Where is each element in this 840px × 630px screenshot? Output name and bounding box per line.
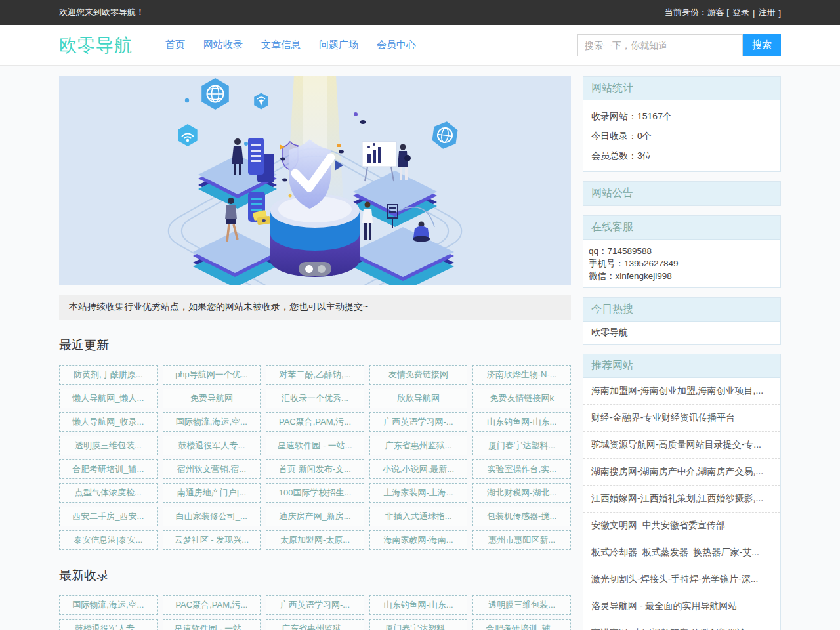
nav-link[interactable]: 首页 [165,39,185,51]
identity-prefix: 当前身份：游客 [ [665,7,729,18]
site-link[interactable]: 厦门春宇达塑料... [369,619,468,630]
service-box-body: qq：714589588手机号：13952627849微信：xinfengkej… [583,240,780,287]
recommend-link[interactable]: 安徽文明网_中共安徽省委宣传部 [583,513,780,539]
hot-search-body: 欧零导航 [583,322,780,344]
recommend-link[interactable]: 激光切割头-焊接头-手持焊-光学镜片-深... [583,566,780,593]
search-input[interactable] [578,34,743,56]
search-bar: 搜索 [578,34,781,56]
site-link[interactable]: 合肥考研培训_辅... [59,459,158,479]
site-link[interactable]: PAC聚合,PAM,污... [163,595,261,615]
site-link[interactable]: 山东钓鱼网-山东... [369,595,468,615]
banner-illustration [59,76,571,285]
site-link[interactable]: 海南家教网-海南... [369,530,468,550]
site-link[interactable]: 欣欣导航网 [369,388,468,408]
recommend-link[interactable]: 财经-金融界-专业财经资讯传播平台 [583,405,780,432]
service-contact-line: qq：714589588 [589,245,775,257]
site-link[interactable]: 泰安信息港|泰安... [59,530,158,550]
recommend-link[interactable]: 湖南搜房网-湖南房产中介,湖南房产交易,... [583,459,780,486]
site-link[interactable]: 宿州软文营销,宿... [163,459,261,479]
recommend-link[interactable]: 江西婚嫁网-江西婚礼策划,江西婚纱摄影,... [583,486,780,513]
site-link[interactable]: 广西英语学习网-... [266,595,364,615]
recommend-link[interactable]: 海南加盟网-海南创业加盟,海南创业项目,... [583,378,780,405]
site-link[interactable]: 免费友情链接网k [472,388,571,408]
site-link[interactable]: 星速软件园 - 一站... [163,619,261,630]
site-link[interactable]: 非插入式通球指... [369,507,468,526]
stats-box-title: 网站统计 [583,77,780,100]
newest-included-title: 最新收录 [59,567,571,584]
recommend-link[interactable]: 驼城资源导航网-高质量网站目录提交-专... [583,432,780,459]
nav-link[interactable]: 文章信息 [261,39,301,51]
recommend-link[interactable]: 洛灵导航网 - 最全面的实用导航网站 [583,593,780,620]
site-link[interactable]: 100国际学校招生... [266,483,364,503]
site-link[interactable]: 友情免费链接网 [369,365,468,385]
service-box-title: 在线客服 [583,216,780,240]
site-link[interactable]: 山东钓鱼网-山东... [472,412,571,432]
site-link[interactable]: 国际物流,海运,空... [163,412,261,432]
site-link[interactable]: 迪庆房产网_新房... [266,507,364,526]
site-logo[interactable]: 欧零导航 [59,33,133,57]
nav-link[interactable]: 问题广场 [319,39,358,51]
site-link[interactable]: 西安二手房_西安... [59,507,158,526]
stats-box: 网站统计 收录网站：15167个今日收录：0个会员总数：3位 [583,76,781,172]
register-link[interactable]: 注册 [758,7,775,18]
site-link[interactable]: 惠州市惠阳区新... [472,530,571,550]
site-link[interactable]: 国际物流,海运,空... [59,595,158,615]
nav-link[interactable]: 网站收录 [203,39,243,51]
hot-search-link[interactable]: 欧零导航 [583,322,780,344]
topbar: 欢迎您来到欧零导航！ 当前身份：游客 [ 登录 | 注册 ] [0,0,840,25]
site-link[interactable]: 南通房地产门户|... [163,483,261,503]
site-link[interactable]: 湖北财税网-湖北... [472,483,571,503]
site-link[interactable]: 星速软件园 - 一站... [266,436,364,455]
site-header: 欧零导航 首页网站收录文章信息问题广场会员中心 搜索 [0,25,840,66]
site-link[interactable]: 点型气体浓度检... [59,483,158,503]
site-link[interactable]: 厦门春宇达塑料... [472,436,571,455]
identity-suffix: ] [778,8,781,18]
site-link[interactable]: 白山家装修公司_... [163,507,261,526]
nav-link[interactable]: 会员中心 [377,39,416,51]
stat-line: 会员总数：3位 [591,146,772,165]
recent-update-grid: 防黄剂,丁酰肼原...php导航网一个优...对苯二酚,乙醇钠,...友情免费链… [59,365,571,550]
site-link[interactable]: 合肥考研培训_辅... [472,619,571,630]
site-link[interactable]: 免费导航网 [163,388,261,408]
site-link[interactable]: 广西英语学习网-... [369,412,468,432]
site-link[interactable]: 广东省惠州监狱... [369,436,468,455]
carousel-dots [299,262,331,276]
site-link[interactable]: PAC聚合,PAM,污... [266,412,364,432]
stat-line: 收录网站：15167个 [591,106,772,126]
search-button[interactable]: 搜索 [743,34,781,56]
site-link[interactable]: 济南欣烨生物-N-... [472,365,571,385]
site-link[interactable]: 小说,小说网,最新... [369,459,468,479]
site-link[interactable]: 太原加盟网-太原... [266,530,364,550]
site-link[interactable]: 透明膜三维包装... [472,595,571,615]
site-link[interactable]: 广东省惠州监狱... [266,619,364,630]
site-link[interactable]: 鼓楼退役军人专... [59,619,158,630]
service-contact-line: 手机号：13952627849 [589,257,775,270]
recommend-list: 海南加盟网-海南创业加盟,海南创业项目,...财经-金融界-专业财经资讯传播平台… [583,378,780,630]
recommend-box: 推荐网站 海南加盟网-海南创业加盟,海南创业项目,...财经-金融界-专业财经资… [583,354,781,630]
stat-line: 今日收录：0个 [591,126,772,146]
carousel-dot[interactable] [318,265,326,273]
hot-search-title: 今日热搜 [583,298,780,322]
service-box: 在线客服 qq：714589588手机号：13952627849微信：xinfe… [583,215,781,288]
site-link[interactable]: php导航网一个优... [163,365,261,385]
site-link[interactable]: 上海家装网-上海... [369,483,468,503]
announcement-box: 网站公告 [583,181,781,206]
recent-update-title: 最近更新 [59,337,571,354]
site-link[interactable]: 云梦社区 - 发现兴... [163,530,261,550]
site-link[interactable]: 实验室操作台,实... [472,459,571,479]
site-link[interactable]: 汇收录一个优秀... [266,388,364,408]
site-link[interactable]: 懒人导航网_懒人... [59,388,158,408]
carousel-dot-active[interactable] [305,265,313,273]
login-link[interactable]: 登录 [732,7,749,18]
recommend-link[interactable]: 宣讲家网_中国视频智库 传播创新理论 [583,620,780,630]
main-nav: 首页网站收录文章信息问题广场会员中心 [165,39,416,51]
recommend-link[interactable]: 板式冷却器_板式蒸发器_换热器厂家-艾... [583,539,780,566]
site-link[interactable]: 鼓楼退役军人专... [163,436,261,455]
site-link[interactable]: 对苯二酚,乙醇钠,... [266,365,364,385]
site-link[interactable]: 透明膜三维包装... [59,436,158,455]
site-link[interactable]: 首页 新闻发布-文... [266,459,364,479]
site-link[interactable]: 包装机传感器-搅... [472,507,571,526]
site-link[interactable]: 防黄剂,丁酰肼原... [59,365,158,385]
site-notice: 本站持续收集行业优秀站点，如果您的网站未被收录，您也可以主动提交~ [59,295,571,320]
site-link[interactable]: 懒人导航网_收录... [59,412,158,432]
